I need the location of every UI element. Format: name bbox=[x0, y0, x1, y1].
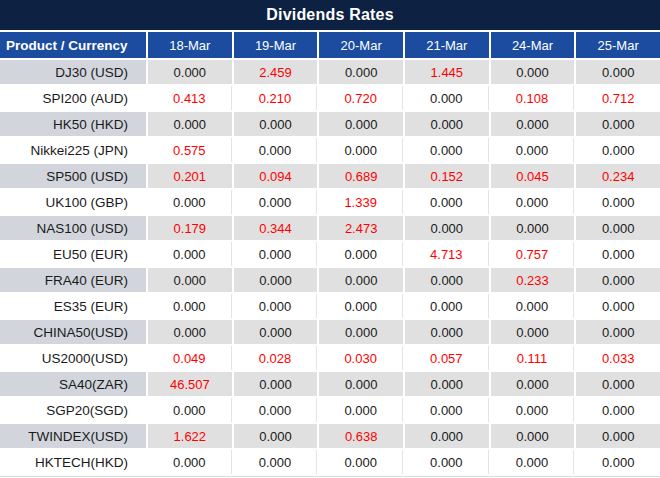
value-cell: 0.000 bbox=[576, 268, 660, 292]
value-cell: 0.000 bbox=[148, 294, 232, 318]
value-cell: 1.339 bbox=[319, 190, 403, 214]
value-cell: 0.000 bbox=[319, 294, 403, 318]
table-row: SP500 (USD)0.2010.0940.6890.1520.0450.23… bbox=[0, 164, 660, 188]
value-cell: 0.000 bbox=[491, 398, 575, 422]
value-cell: 0.000 bbox=[491, 60, 575, 84]
value-cell: 0.000 bbox=[319, 450, 403, 474]
product-cell: SA40(ZAR) bbox=[0, 372, 146, 396]
value-cell: 0.000 bbox=[576, 450, 660, 474]
header-date-20-Mar: 20-Mar bbox=[319, 32, 403, 58]
table-row: SA40(ZAR)46.5070.0000.0000.0000.0000.000 bbox=[0, 372, 660, 396]
product-cell: TWINDEX(USD) bbox=[0, 424, 146, 448]
product-cell: UK100 (GBP) bbox=[0, 190, 146, 214]
value-cell: 0.344 bbox=[234, 216, 318, 240]
value-cell: 0.000 bbox=[148, 268, 232, 292]
product-cell: US2000(USD) bbox=[0, 346, 146, 370]
header-date-24-Mar: 24-Mar bbox=[491, 32, 575, 58]
product-cell: SP500 (USD) bbox=[0, 164, 146, 188]
value-cell: 0.000 bbox=[148, 320, 232, 344]
value-cell: 0.210 bbox=[234, 86, 318, 110]
value-cell: 0.000 bbox=[576, 190, 660, 214]
header-row: Product / Currency18-Mar19-Mar20-Mar21-M… bbox=[0, 32, 660, 58]
value-cell: 0.000 bbox=[405, 424, 489, 448]
table-body: DJ30 (USD)0.0002.4590.0001.4450.0000.000… bbox=[0, 60, 660, 474]
header-product-currency: Product / Currency bbox=[0, 32, 146, 58]
value-cell: 0.757 bbox=[491, 242, 575, 266]
value-cell: 0.000 bbox=[148, 450, 232, 474]
value-cell: 0.000 bbox=[491, 216, 575, 240]
header-date-25-Mar: 25-Mar bbox=[576, 32, 660, 58]
value-cell: 0.152 bbox=[405, 164, 489, 188]
value-cell: 0.201 bbox=[148, 164, 232, 188]
value-cell: 4.713 bbox=[405, 242, 489, 266]
table-row: SPI200 (AUD)0.4130.2100.7200.0000.1080.7… bbox=[0, 86, 660, 110]
table-row: ES35 (EUR)0.0000.0000.0000.0000.0000.000 bbox=[0, 294, 660, 318]
value-cell: 46.507 bbox=[148, 372, 232, 396]
table-row: NAS100 (USD)0.1790.3442.4730.0000.0000.0… bbox=[0, 216, 660, 240]
value-cell: 0.000 bbox=[319, 320, 403, 344]
value-cell: 0.000 bbox=[234, 112, 318, 136]
value-cell: 0.000 bbox=[234, 320, 318, 344]
value-cell: 0.000 bbox=[148, 190, 232, 214]
value-cell: 0.000 bbox=[148, 398, 232, 422]
value-cell: 0.000 bbox=[148, 242, 232, 266]
table-row: UK100 (GBP)0.0000.0001.3390.0000.0000.00… bbox=[0, 190, 660, 214]
table-title: Dividends Rates bbox=[0, 0, 660, 30]
product-cell: DJ30 (USD) bbox=[0, 60, 146, 84]
value-cell: 0.000 bbox=[405, 138, 489, 162]
value-cell: 0.000 bbox=[491, 424, 575, 448]
value-cell: 0.000 bbox=[405, 398, 489, 422]
dividends-rates-table: Dividends Rates Product / Currency18-Mar… bbox=[0, 0, 660, 478]
value-cell: 0.638 bbox=[319, 424, 403, 448]
value-cell: 0.108 bbox=[491, 86, 575, 110]
value-cell: 0.000 bbox=[319, 268, 403, 292]
value-cell: 2.473 bbox=[319, 216, 403, 240]
value-cell: 0.000 bbox=[405, 216, 489, 240]
table-row: DJ30 (USD)0.0002.4590.0001.4450.0000.000 bbox=[0, 60, 660, 84]
value-cell: 0.575 bbox=[148, 138, 232, 162]
value-cell: 0.689 bbox=[319, 164, 403, 188]
value-cell: 1.445 bbox=[405, 60, 489, 84]
value-cell: 0.111 bbox=[491, 346, 575, 370]
product-cell: HK50 (HKD) bbox=[0, 112, 146, 136]
value-cell: 0.000 bbox=[319, 372, 403, 396]
value-cell: 0.094 bbox=[234, 164, 318, 188]
table-bottom-border bbox=[0, 476, 660, 477]
value-cell: 0.179 bbox=[148, 216, 232, 240]
value-cell: 0.000 bbox=[234, 372, 318, 396]
value-cell: 0.000 bbox=[491, 138, 575, 162]
table-row: SGP20(SGD)0.0000.0000.0000.0000.0000.000 bbox=[0, 398, 660, 422]
value-cell: 0.413 bbox=[148, 86, 232, 110]
table-row: EU50 (EUR)0.0000.0000.0004.7130.7570.000 bbox=[0, 242, 660, 266]
value-cell: 0.712 bbox=[576, 86, 660, 110]
value-cell: 0.000 bbox=[234, 138, 318, 162]
value-cell: 0.000 bbox=[319, 242, 403, 266]
value-cell: 0.000 bbox=[148, 112, 232, 136]
header-date-18-Mar: 18-Mar bbox=[148, 32, 232, 58]
value-cell: 0.233 bbox=[491, 268, 575, 292]
product-cell: ES35 (EUR) bbox=[0, 294, 146, 318]
value-cell: 0.057 bbox=[405, 346, 489, 370]
value-cell: 0.000 bbox=[576, 112, 660, 136]
value-cell: 0.000 bbox=[319, 138, 403, 162]
value-cell: 0.000 bbox=[319, 398, 403, 422]
value-cell: 0.000 bbox=[491, 190, 575, 214]
value-cell: 0.028 bbox=[234, 346, 318, 370]
value-cell: 0.000 bbox=[405, 450, 489, 474]
value-cell: 0.045 bbox=[491, 164, 575, 188]
value-cell: 0.000 bbox=[491, 112, 575, 136]
value-cell: 0.000 bbox=[234, 268, 318, 292]
table-row: TWINDEX(USD)1.6220.0000.6380.0000.0000.0… bbox=[0, 424, 660, 448]
value-cell: 0.000 bbox=[148, 60, 232, 84]
value-cell: 0.000 bbox=[491, 320, 575, 344]
value-cell: 1.622 bbox=[148, 424, 232, 448]
value-cell: 0.000 bbox=[234, 190, 318, 214]
value-cell: 0.000 bbox=[491, 372, 575, 396]
product-cell: Nikkei225 (JPN) bbox=[0, 138, 146, 162]
product-cell: NAS100 (USD) bbox=[0, 216, 146, 240]
product-cell: CHINA50(USD) bbox=[0, 320, 146, 344]
product-cell: EU50 (EUR) bbox=[0, 242, 146, 266]
value-cell: 0.030 bbox=[319, 346, 403, 370]
table-row: CHINA50(USD)0.0000.0000.0000.0000.0000.0… bbox=[0, 320, 660, 344]
value-cell: 0.000 bbox=[405, 112, 489, 136]
